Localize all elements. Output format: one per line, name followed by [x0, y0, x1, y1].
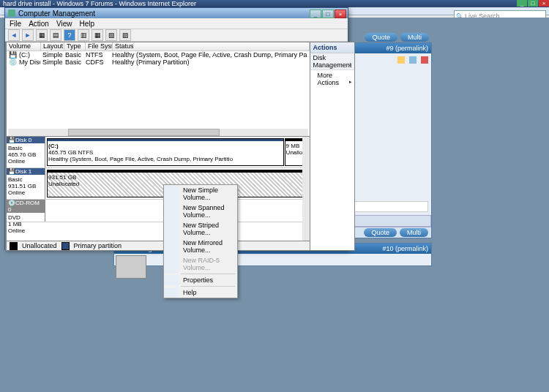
view3-button[interactable]: ▨ [119, 29, 131, 41]
ie-window-controls: _ □ × [516, 0, 549, 7]
ie-title-bar: hard drive install - Windows 7 Forums - … [0, 0, 549, 7]
quote-button-9[interactable]: Quote [364, 228, 397, 237]
volume-list-h-scrollbar[interactable] [8, 129, 308, 136]
ctx-help[interactable]: Help [164, 287, 237, 298]
context-menu: New Simple Volume... New Spanned Volume.… [163, 184, 238, 298]
mmc-menubar: File Action View Help [5, 18, 348, 29]
quote-button[interactable]: Quote [365, 33, 397, 42]
disk-1-info: 💾Disk 1 Basic 931.51 GB Online [7, 168, 45, 199]
mmc-min-button[interactable]: _ [310, 10, 321, 18]
view1-button[interactable]: ▦ [92, 29, 103, 41]
up-button[interactable]: ▦ [36, 29, 48, 41]
ie-min-button[interactable]: _ [517, 0, 527, 7]
mmc-close-button[interactable]: × [335, 10, 346, 18]
warn-icon[interactable] [397, 56, 405, 64]
mmc-toolbar: ◄ ► ▦ ▤ ? ▥ ▦ ▧ ▨ [5, 29, 348, 42]
view2-button[interactable]: ▧ [105, 29, 117, 41]
show-hide-tree-button[interactable]: ▤ [50, 29, 61, 41]
cdrom-row[interactable]: 💿CD-ROM 0 DVD 1 MB Online [7, 200, 310, 222]
actions-header: Actions [310, 42, 355, 53]
avatar [116, 255, 146, 279]
disk-1-row[interactable]: 💾Disk 1 Basic 931.51 GB Online 931.51 GB… [7, 168, 310, 200]
volume-row-d[interactable]: 💿My Disc (D:) Simple Basic CDFS Healthy … [7, 59, 310, 66]
multi-button-9[interactable]: Multi [400, 228, 428, 237]
legend-bar: Unallocated Primary partition [7, 241, 310, 250]
mmc-max-button[interactable]: □ [322, 10, 334, 18]
ctx-new-raid5-volume: New RAID-5 Volume... [164, 255, 237, 273]
legend-primary-label: Primary partition [74, 242, 122, 249]
ctx-properties[interactable]: Properties [164, 275, 237, 285]
col-status: Status [113, 42, 310, 50]
ctx-new-simple-volume[interactable]: New Simple Volume... [164, 185, 237, 203]
ie-title-text: hard drive install - Windows 7 Forums - … [3, 0, 196, 7]
volume-header[interactable]: Volume Layout Type File System Status [7, 42, 310, 51]
alert-icon[interactable] [421, 56, 428, 64]
menu-view[interactable]: View [56, 20, 72, 28]
ctx-new-spanned-volume[interactable]: New Spanned Volume... [164, 203, 237, 220]
ctx-new-mirrored-volume[interactable]: New Mirrored Volume... [164, 238, 237, 255]
actions-dm-heading[interactable]: Disk Management [310, 53, 355, 70]
legend-unalloc-label: Unallocated [22, 242, 57, 249]
cdrom-info: 💿CD-ROM 0 DVD 1 MB Online [7, 200, 45, 222]
help-button[interactable]: ? [64, 29, 75, 41]
menu-action[interactable]: Action [29, 20, 49, 28]
back-button[interactable]: ◄ [8, 29, 20, 41]
disk-graphic-view: 💾Disk 0 Basic 465.76 GB Online (C:) 465.… [7, 136, 310, 241]
menu-help[interactable]: Help [79, 20, 94, 28]
mmc-title-bar[interactable]: Computer Management _ □ × [5, 8, 348, 18]
col-layout: Layout [41, 42, 64, 50]
disk-0-info: 💾Disk 0 Basic 465.76 GB Online [7, 137, 45, 167]
post-10-body [114, 254, 431, 265]
disk-0-row[interactable]: 💾Disk 0 Basic 465.76 GB Online (C:) 465.… [7, 137, 310, 168]
ie-max-button[interactable]: □ [528, 0, 538, 7]
col-type: Type [64, 42, 86, 50]
ie-close-button[interactable]: × [539, 0, 549, 7]
col-volume: Volume [7, 42, 41, 50]
legend-primary-swatch [61, 242, 70, 250]
mmc-title-text: Computer Management [18, 10, 95, 18]
actions-pane: Actions Disk Management More Actions [310, 42, 356, 251]
report-icon[interactable] [409, 56, 417, 64]
post-9-permalink[interactable]: #9 (permalink) [386, 45, 428, 52]
refresh-button[interactable]: ▥ [78, 29, 89, 41]
disk-0-partition-c[interactable]: (C:) 465.75 GB NTFS Healthy (System, Boo… [47, 138, 284, 166]
legend-unalloc-swatch [10, 242, 18, 250]
col-fs: File System [86, 42, 113, 50]
post-10-permalink[interactable]: #10 (permalink) [382, 245, 428, 252]
forward-button[interactable]: ► [22, 29, 34, 41]
multi-button[interactable]: Multi [400, 33, 429, 42]
ctx-new-striped-volume[interactable]: New Striped Volume... [164, 220, 237, 238]
volume-row-c[interactable]: 💾(C:) Simple Basic NTFS Healthy (System,… [7, 51, 310, 59]
volume-list: Volume Layout Type File System Status 💾(… [7, 42, 310, 136]
menu-file[interactable]: File [10, 20, 21, 28]
graphic-v-scrollbar[interactable] [302, 137, 310, 241]
actions-more[interactable]: More Actions [310, 70, 355, 88]
center-pane: Volume Layout Type File System Status 💾(… [7, 42, 310, 251]
